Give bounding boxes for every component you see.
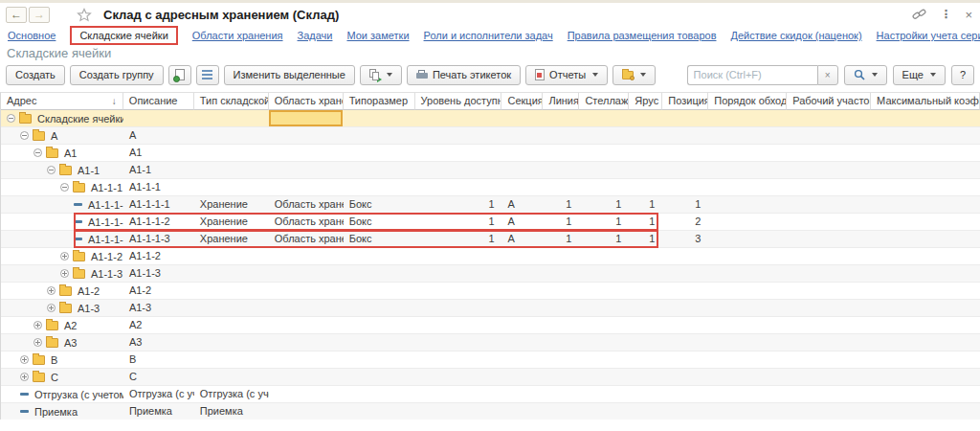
cell-section[interactable] — [501, 369, 543, 385]
expand-icon[interactable] — [47, 304, 56, 312]
cell-description[interactable]: A1-1-3 — [123, 265, 194, 282]
cell-rack[interactable] — [579, 145, 629, 161]
search-input[interactable] — [687, 65, 817, 85]
tab-5[interactable]: Роли и исполнители задач — [424, 30, 553, 41]
cell-description[interactable]: A1-1-1-3 — [123, 231, 194, 247]
cell-work_area[interactable] — [787, 300, 871, 316]
tree-cell[interactable]: Приемка — [1, 403, 123, 420]
tree-cell[interactable]: A1 — [1, 145, 123, 161]
cell-rack[interactable]: 1 — [579, 231, 629, 247]
table-row[interactable]: A1-1-1-2A1-1-1-2ХранениеОбласть хранен..… — [1, 214, 980, 231]
cell-max_fill[interactable] — [871, 248, 980, 264]
cell-storage_area[interactable] — [269, 162, 344, 178]
cell-work_area[interactable] — [787, 231, 871, 247]
cell-size_type[interactable] — [344, 127, 415, 144]
cell-description[interactable]: A1-1-1-1 — [123, 196, 194, 213]
cell-access_level[interactable] — [415, 145, 502, 161]
cell-traversal_order[interactable] — [708, 334, 787, 351]
collapse-icon[interactable] — [20, 131, 29, 140]
cell-storage_area[interactable] — [269, 179, 344, 195]
tree-cell[interactable]: A1-1-1-1 — [1, 196, 123, 213]
cell-access_level[interactable] — [415, 265, 502, 282]
cell-position[interactable] — [662, 317, 708, 333]
cell-max_fill[interactable] — [871, 352, 980, 368]
cell-size_type[interactable] — [344, 352, 415, 368]
expand-icon[interactable] — [33, 338, 42, 347]
cell-access_level[interactable] — [415, 283, 502, 299]
cell-work_area[interactable] — [787, 110, 871, 126]
cell-work_area[interactable] — [787, 386, 871, 402]
cell-size_type[interactable] — [344, 179, 415, 195]
tree-cell[interactable]: Отгрузка (с учетом) — [1, 386, 123, 402]
cell-traversal_order[interactable] — [708, 110, 787, 126]
cell-work_area[interactable] — [787, 334, 871, 351]
cell-section[interactable] — [502, 265, 544, 282]
cell-work_area[interactable] — [787, 317, 871, 333]
cell-traversal_order[interactable] — [708, 265, 787, 282]
cell-line[interactable] — [543, 127, 579, 144]
cell-access_level[interactable] — [415, 127, 502, 144]
cell-size_type[interactable]: Бокс — [344, 196, 415, 213]
cell-description[interactable]: Приемка — [123, 403, 194, 420]
cell-max_fill[interactable] — [871, 317, 980, 333]
cell-description[interactable]: A — [123, 127, 194, 144]
cell-traversal_order[interactable] — [708, 300, 787, 316]
cell-traversal_order[interactable] — [708, 231, 787, 247]
tab-3[interactable]: Задачи — [298, 30, 333, 41]
cell-work_area[interactable] — [787, 352, 871, 368]
table-row[interactable]: ПриемкаПриемкаПриемка — [1, 403, 980, 420]
tab-main[interactable]: Основное — [8, 30, 56, 41]
search-settings-button[interactable] — [844, 65, 887, 85]
table-row[interactable]: CC — [1, 369, 980, 386]
cell-max_fill[interactable] — [871, 179, 980, 195]
cell-line[interactable] — [543, 145, 579, 161]
more-menu-icon[interactable]: ⋮ — [940, 8, 951, 21]
cell-max_fill[interactable] — [871, 300, 980, 316]
cell-section[interactable] — [502, 300, 544, 316]
cell-max_fill[interactable] — [871, 110, 980, 126]
cell-size_type[interactable] — [344, 403, 415, 420]
cell-max_fill[interactable] — [871, 196, 980, 213]
tree-cell[interactable]: A1-2 — [1, 283, 123, 299]
cell-position[interactable] — [662, 110, 708, 126]
cell-position[interactable] — [662, 162, 708, 178]
tab-6[interactable]: Правила размещения товаров — [568, 30, 717, 41]
cell-traversal_order[interactable] — [708, 179, 787, 195]
cell-traversal_order[interactable] — [708, 214, 787, 230]
cell-section[interactable] — [501, 386, 543, 402]
cell-storage_area[interactable] — [269, 300, 344, 316]
column-header-description[interactable]: Описание — [123, 93, 194, 110]
cell-size_type[interactable] — [344, 300, 415, 316]
column-header-access_level[interactable]: Уровень доступности — [415, 93, 502, 110]
cell-position[interactable] — [662, 334, 708, 351]
cell-cell_type[interactable]: Отгрузка (с уче... — [194, 386, 269, 402]
cell-access_level[interactable] — [415, 317, 502, 333]
cell-access_level[interactable] — [415, 334, 502, 351]
table-row[interactable]: A1-3A1-3 — [1, 300, 980, 317]
cell-rack[interactable] — [579, 300, 629, 316]
cell-storage_area[interactable] — [269, 403, 344, 420]
cell-section[interactable]: A — [502, 196, 544, 213]
cell-tier[interactable] — [629, 145, 662, 161]
column-header-line[interactable]: Линия — [543, 93, 579, 110]
cell-work_area[interactable] — [787, 179, 871, 195]
column-header-traversal_order[interactable]: Порядок обхода — [708, 93, 787, 110]
cell-tier[interactable] — [629, 317, 662, 333]
cell-storage_area[interactable] — [269, 283, 344, 299]
cell-storage_area[interactable]: Область хранен... — [269, 231, 344, 247]
table-row[interactable]: AA — [1, 127, 980, 145]
cell-access_level[interactable] — [415, 162, 502, 178]
list-settings-button[interactable] — [196, 65, 219, 85]
cell-traversal_order[interactable] — [708, 196, 787, 213]
cell-traversal_order[interactable] — [708, 283, 787, 299]
cell-storage_area[interactable] — [269, 145, 344, 161]
cell-access_level[interactable]: 1 — [415, 231, 502, 247]
cell-storage_area[interactable] — [269, 386, 344, 402]
cell-rack[interactable] — [579, 127, 629, 144]
cell-position[interactable]: 3 — [662, 231, 708, 247]
cell-position[interactable] — [662, 386, 708, 402]
cell-work_area[interactable] — [787, 127, 871, 144]
cell-position[interactable] — [662, 248, 708, 264]
collapse-icon[interactable] — [60, 183, 69, 192]
cell-cell_type[interactable] — [194, 300, 269, 316]
